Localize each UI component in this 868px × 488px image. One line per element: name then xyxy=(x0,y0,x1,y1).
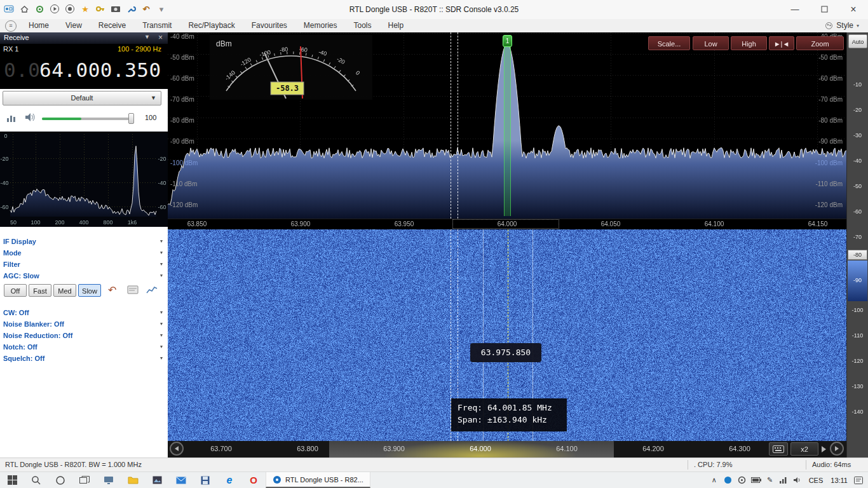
photos-icon[interactable] xyxy=(145,472,169,488)
chevron-down-icon[interactable]: ▾ xyxy=(160,332,163,338)
auto-range-button[interactable]: Auto xyxy=(848,34,867,48)
language-indicator[interactable]: CES xyxy=(805,477,827,484)
pen-icon[interactable]: ✎ xyxy=(763,472,777,488)
nav-frequency-label: 63.900 xyxy=(377,445,410,452)
menu-view[interactable]: View xyxy=(57,19,90,32)
menu-rec-playback[interactable]: Rec/Playback xyxy=(180,19,243,32)
clock[interactable]: 13:11 xyxy=(827,477,851,484)
dsp-row: Noise Reduction: Off ▾ xyxy=(0,330,168,342)
sync-tray-icon[interactable] xyxy=(735,472,749,488)
y-axis-label: -90 dBm xyxy=(170,138,194,145)
chevron-down-icon[interactable]: ▾ xyxy=(160,273,163,278)
zoom-x2-button[interactable]: x2 xyxy=(790,442,818,456)
volume-slider-handle[interactable] xyxy=(128,113,134,124)
start-button[interactable] xyxy=(0,472,24,488)
rx-label: RX 1 xyxy=(3,45,18,53)
frequency-display[interactable]: 0.0 64.000.350 xyxy=(0,55,168,89)
audio-spectrum-graph: 0 -20 -40 -60 -20 -40 -60 50 100 200 400… xyxy=(0,132,168,227)
noise-reduction-link[interactable]: Noise Reduction: Off xyxy=(3,332,72,339)
y-axis-label: -80 dBm xyxy=(170,117,194,124)
chevron-down-icon[interactable]: ▾ xyxy=(160,321,163,327)
chevron-down-icon[interactable]: ▾ xyxy=(160,250,163,255)
opera-icon[interactable]: O xyxy=(241,472,266,488)
menu-help[interactable]: Help xyxy=(380,19,412,32)
freq-span-infobox: Freq: 64.001.85 MHz Span: ±163.940 kHz xyxy=(451,398,567,431)
menu-favourites[interactable]: Favourites xyxy=(243,19,295,32)
agc-fast-button[interactable]: Fast xyxy=(29,284,51,297)
panel-collapse-icon[interactable]: ▼ xyxy=(144,34,150,40)
style-label: Style xyxy=(836,19,853,32)
volume-icon[interactable] xyxy=(791,472,805,488)
agc-off-button[interactable]: Off xyxy=(4,284,27,297)
browser-tray-icon[interactable] xyxy=(721,472,735,488)
tuning-marker[interactable]: 1 xyxy=(503,35,512,47)
panel-close-icon[interactable]: × xyxy=(158,33,163,42)
center-button[interactable]: ►|◄ xyxy=(769,36,794,50)
dsp-row: CW: Off ▾ xyxy=(0,308,168,319)
range-high-value: -80 xyxy=(853,252,862,258)
range-low-handle[interactable]: -90 xyxy=(848,261,867,301)
battery-icon[interactable] xyxy=(749,472,763,488)
cortana-icon[interactable] xyxy=(48,472,72,488)
app-menu-icon[interactable]: ≡ xyxy=(5,20,17,32)
frequency-tooltip: 63.975.850 xyxy=(470,343,541,362)
action-center-icon[interactable] xyxy=(851,472,865,488)
noise-blanker-link[interactable]: Noise Blanker: Off xyxy=(3,320,64,328)
meter-scale-label: -80 xyxy=(280,46,288,53)
cw-link[interactable]: CW: Off xyxy=(3,309,29,316)
nav-scroll-left-button[interactable] xyxy=(170,442,184,456)
undo-icon[interactable]: ↶ xyxy=(108,284,116,296)
x-axis-label: 64.100 xyxy=(698,220,731,227)
file-explorer-icon[interactable] xyxy=(121,472,145,488)
zoom-button[interactable]: Zoom xyxy=(796,36,844,50)
maximize-button[interactable] xyxy=(810,0,839,18)
notch-link[interactable]: Notch: Off xyxy=(3,343,37,351)
preset-dropdown[interactable]: Default ▼ xyxy=(3,91,161,105)
speaker-icon[interactable] xyxy=(24,112,36,125)
agc-link[interactable]: AGC: Slow xyxy=(3,272,39,280)
hidden-icons-chevron[interactable]: ∧ xyxy=(707,472,721,488)
tuning-band[interactable] xyxy=(504,47,511,216)
menu-transmit[interactable]: Transmit xyxy=(134,19,180,32)
menu-memories[interactable]: Memories xyxy=(295,19,346,32)
chevron-down-icon[interactable]: ▾ xyxy=(160,261,163,267)
menu-receive[interactable]: Receive xyxy=(90,19,134,32)
chevron-down-icon[interactable]: ▾ xyxy=(160,344,163,349)
chevron-down-icon[interactable]: ▾ xyxy=(160,238,163,244)
range-high-handle[interactable]: -80 xyxy=(848,250,867,260)
menu-tools[interactable]: Tools xyxy=(346,19,380,32)
edge-icon[interactable]: e xyxy=(217,472,241,488)
keyboard-entry-button[interactable] xyxy=(769,442,788,456)
nav-step-right-icon[interactable] xyxy=(822,446,826,452)
if-display-link[interactable]: IF Display xyxy=(3,238,36,245)
chart-icon[interactable] xyxy=(146,285,158,297)
equalizer-icon[interactable] xyxy=(6,112,17,125)
task-view-icon[interactable] xyxy=(72,472,97,488)
network-icon[interactable] xyxy=(777,472,791,488)
chevron-down-icon[interactable]: ▾ xyxy=(160,309,163,315)
agc-med-button[interactable]: Med xyxy=(53,284,76,297)
style-menu[interactable]: Style ▾ xyxy=(825,19,859,32)
taskbar-active-task[interactable]: RTL Dongle USB - R82... xyxy=(266,472,370,488)
minimize-button[interactable]: — xyxy=(780,0,810,18)
high-button[interactable]: High xyxy=(731,36,767,50)
nav-scroll-right-button[interactable] xyxy=(830,442,844,456)
search-icon[interactable] xyxy=(24,472,48,488)
save-icon[interactable] xyxy=(193,472,217,488)
memo-icon[interactable] xyxy=(127,285,139,297)
pinned-app-monitor-icon[interactable] xyxy=(97,472,121,488)
task-label: RTL Dongle USB - R82... xyxy=(285,476,363,484)
scale-button[interactable]: Scale... xyxy=(648,36,690,50)
y-axis-label: -70 dBm xyxy=(170,96,194,103)
close-button[interactable]: × xyxy=(839,0,868,18)
squelch-link[interactable]: Squelch: Off xyxy=(3,355,44,362)
audio-x-label: 1k6 xyxy=(125,219,139,226)
filter-link[interactable]: Filter xyxy=(3,261,20,268)
menu-home[interactable]: Home xyxy=(20,19,57,32)
range-tick: -50 xyxy=(847,183,868,189)
mail-icon[interactable] xyxy=(169,472,193,488)
agc-slow-button[interactable]: Slow xyxy=(78,284,101,297)
mode-link[interactable]: Mode xyxy=(3,249,22,257)
chevron-down-icon[interactable]: ▾ xyxy=(160,355,163,361)
low-button[interactable]: Low xyxy=(693,36,729,50)
